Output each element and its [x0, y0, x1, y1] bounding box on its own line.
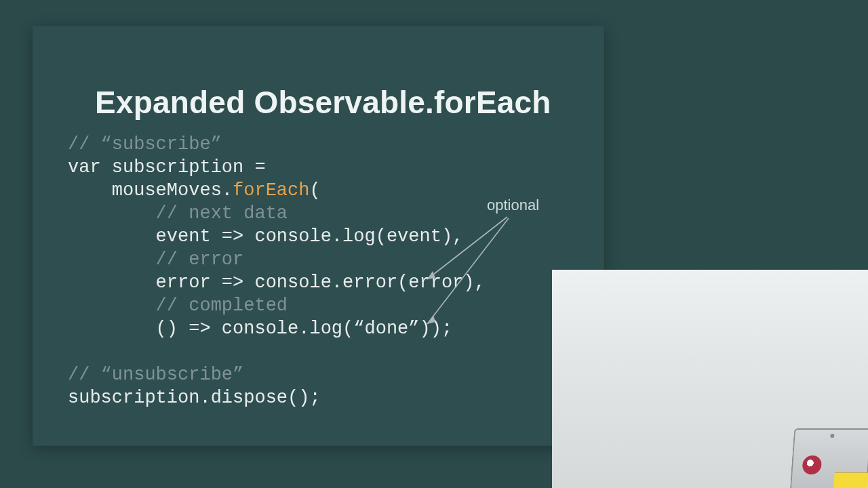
- code-line-next: event => console.log(event),: [68, 226, 463, 247]
- video-frame: Expanded Observable.forEach // “subscrib…: [0, 0, 868, 488]
- code-comment-error: // error: [68, 249, 243, 270]
- code-comment-completed: // completed: [68, 296, 288, 316]
- code-block: // “subscribe” var subscription = mouseM…: [68, 133, 486, 409]
- presenter-camera-inset: [552, 270, 868, 488]
- code-line-done: () => console.log(“done”));: [68, 319, 452, 339]
- sticky-note-icon: [833, 472, 868, 488]
- code-comment-subscribe: // “subscribe”: [68, 134, 222, 155]
- code-line-error: error => console.error(error),: [68, 272, 486, 293]
- annotation-optional-label: optional: [487, 197, 539, 214]
- code-method-forEach: forEach: [233, 180, 309, 201]
- code-line-call-post: (: [309, 180, 320, 201]
- code-comment-unsubscribe: // “unsubscribe”: [68, 365, 243, 385]
- slide-title: Expanded Observable.forEach: [95, 84, 551, 121]
- code-comment-next: // next data: [68, 203, 288, 224]
- code-line-call-pre: mouseMoves.: [68, 180, 233, 201]
- laptop-sticker-icon: [802, 455, 822, 474]
- code-line-var: var subscription =: [68, 157, 266, 178]
- code-line-dispose: subscription.dispose();: [68, 388, 321, 408]
- presentation-slide: Expanded Observable.forEach // “subscrib…: [33, 26, 604, 446]
